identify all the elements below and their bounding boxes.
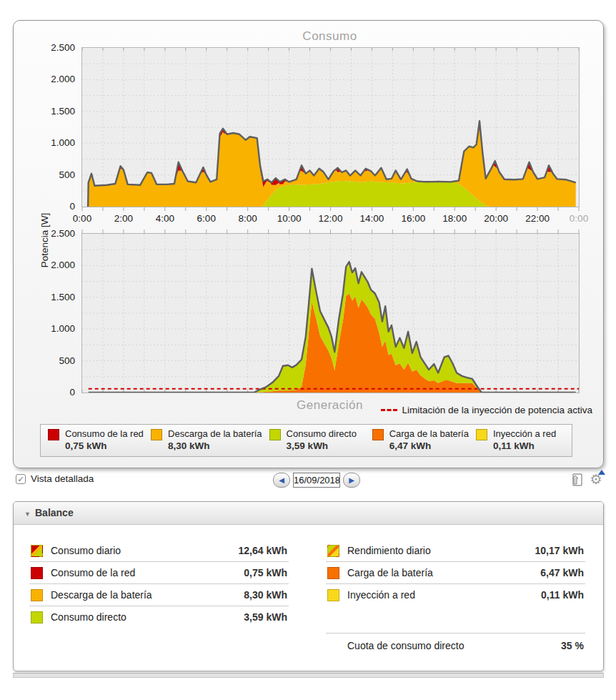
time-axis: 0:002:004:006:008:0010:0012:0014:0016:00…	[81, 207, 580, 233]
x-axis-tick-label: 14:00	[360, 213, 384, 224]
x-axis-tick-label: 0:00	[73, 213, 91, 224]
balance-row-battery-discharge: Descarga de la batería 8,30 kWh	[29, 584, 289, 606]
limit-legend-label: Limitación de la inyección de potencia a…	[402, 405, 592, 415]
consumption-chart-title: Consumo	[81, 29, 578, 44]
detail-view-label: Vista detallada	[31, 473, 94, 484]
chevron-left-icon: ◀	[279, 476, 284, 484]
chart-legend: Consumo de la red 0,75 kWh Descarga de l…	[40, 424, 572, 457]
balance-panel-header[interactable]: ▼ Balance	[14, 502, 603, 525]
x-axis-tick-label: 22:00	[525, 213, 550, 224]
x-axis-tick-label: 20:00	[484, 213, 508, 224]
y-axis-tick-label: 2.000	[32, 74, 75, 84]
chart-card: Consumo 0:002:004:006:008:0010:0012:0014…	[13, 20, 604, 468]
y-axis-tick-label: 2.000	[32, 260, 75, 270]
x-axis-tick-label: 6:00	[197, 213, 216, 224]
y-axis-tick-label: 2.500	[32, 228, 75, 239]
y-axis-tick-label: 1.500	[32, 292, 75, 302]
balance-row-daily-yield: Rendimiento diario 10,17 kWh	[326, 540, 585, 562]
chevron-right-icon: ▶	[349, 476, 354, 484]
y-axis-tick-label: 500	[32, 355, 75, 366]
consumption-chart-plot	[81, 47, 580, 207]
page: Consumo 0:002:004:006:008:0010:0012:0014…	[0, 0, 616, 700]
legend-item-grid-feedin: Inyección a red 0,11 kWh	[469, 425, 572, 456]
direct-consumption-swatch-icon	[31, 611, 43, 623]
x-axis-tick-label: 0:00	[570, 213, 588, 224]
daily-consumption-swatch-icon	[31, 545, 43, 557]
x-axis-tick-label: 2:00	[114, 213, 133, 224]
previous-day-button[interactable]: ◀	[273, 473, 290, 488]
gear-menu-arrow-icon	[598, 470, 605, 475]
x-axis-tick-label: 18:00	[442, 213, 467, 224]
toolbar-icons: ⚙	[569, 472, 604, 488]
grid-feedin-swatch-icon	[476, 429, 487, 440]
y-axis-tick-label: 0	[32, 387, 75, 398]
grid-consumption-swatch-icon	[48, 429, 59, 440]
limit-line-sample-icon	[381, 409, 397, 411]
date-input[interactable]	[293, 473, 340, 488]
y-axis-tick-label: 0	[32, 201, 75, 212]
balance-footer-row: Cuota de consumo directo 35 %	[326, 633, 585, 655]
battery-charge-swatch-icon	[372, 429, 384, 440]
next-panel-edge	[13, 673, 604, 678]
settings-button[interactable]: ⚙	[588, 472, 604, 488]
limit-legend: Limitación de la inyección de potencia a…	[381, 405, 592, 415]
balance-right-column: Rendimiento diario 10,17 kWh Carga de la…	[326, 540, 585, 606]
x-axis-tick-label: 12:00	[319, 213, 343, 224]
battery-discharge-swatch-icon	[31, 589, 43, 601]
balance-left-column: Consumo diario 12,64 kWh Consumo de la r…	[29, 540, 289, 628]
battery-charge-swatch-icon	[327, 567, 339, 579]
check-icon: ✓	[17, 475, 24, 483]
y-axis-tick-label: 2.500	[32, 42, 75, 53]
balance-row-grid-consumption: Consumo de la red 0,75 kWh	[29, 562, 289, 584]
x-axis-tick-label: 16:00	[401, 213, 425, 224]
generation-chart-plot	[81, 233, 580, 393]
controls-row: ✓ Vista detallada ◀ ▶ ⚙	[0, 472, 616, 491]
balance-row-daily-consumption: Consumo diario 12,64 kWh	[29, 540, 289, 562]
consumption-chart	[82, 48, 579, 207]
direct-consumption-swatch-icon	[269, 429, 281, 440]
balance-row-battery-charge: Carga de la batería 6,47 kWh	[326, 562, 585, 584]
grid-consumption-swatch-icon	[31, 567, 43, 579]
legend-item-direct-consumption: Consumo directo 3,59 kWh	[262, 425, 365, 456]
daily-yield-swatch-icon	[327, 545, 339, 557]
battery-discharge-swatch-icon	[151, 429, 162, 440]
collapse-caret-icon: ▼	[24, 511, 31, 518]
next-day-button[interactable]: ▶	[343, 473, 360, 488]
detail-view-checkbox[interactable]: ✓	[16, 474, 26, 484]
y-axis-tick-label: 1.000	[32, 137, 75, 148]
x-axis-tick-label: 10:00	[277, 213, 302, 224]
legend-item-battery-charge: Carga de la batería 6,47 kWh	[365, 425, 469, 456]
x-axis-tick-label: 4:00	[156, 213, 174, 224]
export-icon[interactable]	[569, 472, 582, 488]
x-axis-tick-label: 8:00	[239, 213, 257, 224]
y-axis-tick-label: 1.000	[32, 323, 75, 334]
balance-row-direct-consumption: Consumo directo 3,59 kWh	[29, 606, 289, 628]
balance-panel: ▼ Balance Consumo diario 12,64 kWh Consu…	[13, 501, 604, 671]
legend-item-battery-discharge: Descarga de la batería 8,30 kWh	[144, 425, 262, 456]
balance-panel-title: Balance	[35, 507, 74, 518]
y-axis-tick-label: 1.500	[32, 106, 75, 117]
grid-feedin-swatch-icon	[327, 589, 339, 601]
legend-item-grid-consumption: Consumo de la red 0,75 kWh	[41, 425, 144, 456]
generation-chart	[82, 234, 579, 393]
balance-row-grid-feedin: Inyección a red 0,11 kWh	[326, 584, 585, 606]
y-axis-tick-label: 500	[32, 169, 75, 180]
